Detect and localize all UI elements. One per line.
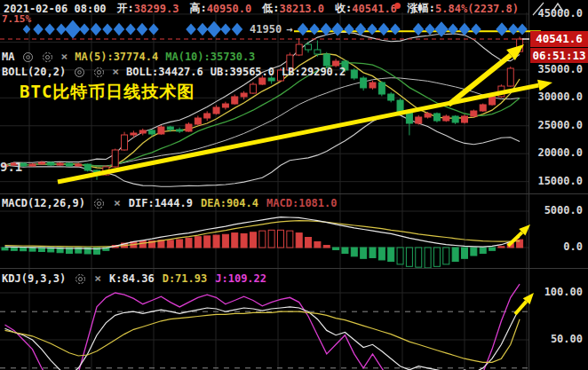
y-axis-label: 45000.0 <box>531 7 583 20</box>
change-field: 涨幅:5.84%(2237.8) <box>408 1 519 16</box>
kdj-panel <box>0 284 529 370</box>
boll-indicator-row: BOLL(20,2) × BOLL:34427.6 UB:39565.0 LB:… <box>2 66 346 78</box>
prev-high-value: 41950 <box>250 23 282 35</box>
chart-title: BTC比特币日线技术图 <box>20 81 195 104</box>
y-axis-label: 50.00 <box>531 333 583 345</box>
y-axis-label: 0.0 <box>531 240 583 253</box>
low-field: 低:38213.0 <box>262 1 324 16</box>
boll-lb-value: LB:29290.2 <box>282 66 346 78</box>
close-icon[interactable]: × <box>60 51 68 63</box>
boll-ub-value: UB:39565.0 <box>211 66 274 78</box>
y-axis-label: 20000.0 <box>531 146 583 159</box>
y-axis-label: 25000.0 <box>531 119 583 131</box>
close-field: 收:40541.6 <box>335 1 397 16</box>
close-icon[interactable]: × <box>94 272 101 285</box>
visibility-eye-icon[interactable] <box>73 66 85 78</box>
open-field: 开:38299.3 <box>117 1 179 16</box>
y-axis-label: 35000.0 <box>531 63 583 75</box>
settings-gear-icon[interactable] <box>92 66 105 78</box>
ma5-value: MA(5):37774.4 <box>75 51 158 63</box>
ma-indicator-row: MA × MA(5):37774.4 MA(10):35730.3 <box>2 51 255 63</box>
macd-indicator-row: MACD(12,26,9) × DIF:1444.9 DEA:904.4 MAC… <box>2 197 338 209</box>
y-axis-label: 5000.0 <box>531 204 583 216</box>
y-axis-label: 100.00 <box>531 286 583 298</box>
dea-value: DEA:904.4 <box>201 197 258 209</box>
kdj-name: KDJ(9,3,3) <box>2 272 66 285</box>
macd-value: MACD:1081.0 <box>266 197 337 209</box>
y-axis-label: 15000.0 <box>531 175 583 187</box>
current-price-badge: 40541.6 <box>530 31 588 47</box>
boll-mid-value: BOLL:34427.6 <box>126 66 203 78</box>
close-icon[interactable]: × <box>114 197 121 209</box>
boll-name: BOLL(20,2) <box>2 66 66 78</box>
close-icon[interactable]: × <box>112 66 119 78</box>
settings-gear-icon[interactable] <box>41 51 53 63</box>
settings-gear-icon[interactable] <box>74 272 86 285</box>
kdj-indicator-row: KDJ(9,3,3) × K:84.36 D:71.93 J:109.22 <box>2 272 266 285</box>
d-value: D:71.93 <box>163 272 208 285</box>
prev-high-annotation: 41950 → <box>250 23 292 35</box>
settings-gear-icon[interactable] <box>93 197 106 209</box>
ma10-value: MA(10):35730.3 <box>165 51 255 63</box>
partial-price-label: 9.1 <box>0 160 22 174</box>
ma-name: MA <box>2 51 14 63</box>
macd-panel <box>2 217 523 268</box>
notification-dot <box>394 3 401 9</box>
dif-value: DIF:1444.9 <box>129 197 193 209</box>
trading-chart-window: 2021-02-06 08:00 开:38299.3 高:40950.0 低:3… <box>0 0 588 370</box>
change-pct-left-label: 7.15% <box>2 13 31 25</box>
macd-name: MACD(12,26,9) <box>2 197 85 209</box>
j-value: J:109.22 <box>215 272 266 285</box>
ohlc-header: 2021-02-06 08:00 开:38299.3 高:40950.0 低:3… <box>4 1 519 16</box>
visibility-eye-icon[interactable] <box>21 51 34 63</box>
high-field: 高:40950.0 <box>189 1 251 16</box>
y-axis-label: 30000.0 <box>531 91 583 103</box>
candle-countdown-badge: 06:51:13 <box>530 48 588 63</box>
k-value: K:84.36 <box>109 272 155 285</box>
right-arrow-glyph: → <box>286 23 292 35</box>
